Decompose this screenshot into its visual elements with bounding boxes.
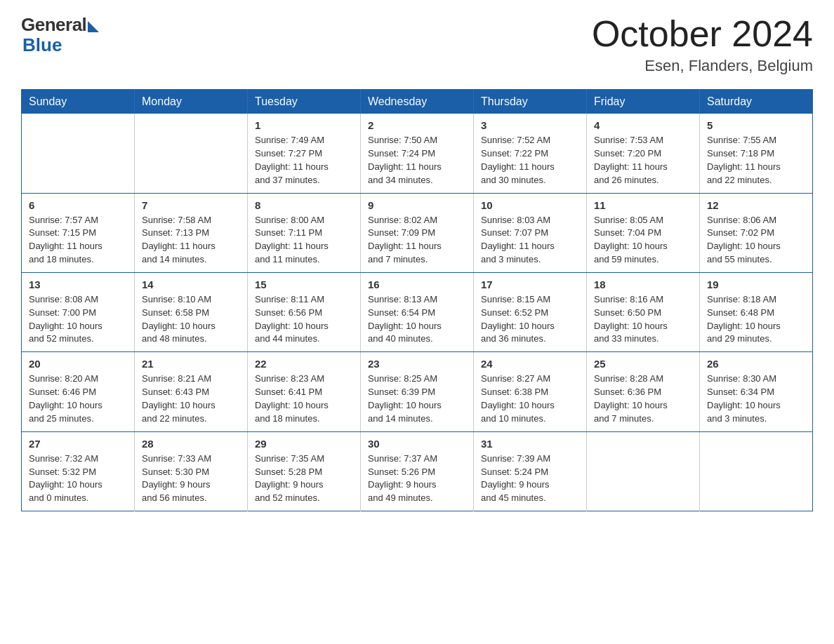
day-number: 6 [29,199,127,211]
day-number: 28 [142,438,240,450]
day-info: Sunrise: 8:27 AM Sunset: 6:38 PM Dayligh… [481,373,579,425]
day-number: 23 [368,358,466,370]
calendar-header-wednesday: Wednesday [361,90,474,114]
calendar-cell: 17Sunrise: 8:15 AM Sunset: 6:52 PM Dayli… [474,272,587,351]
logo-general-text: General [21,14,86,36]
day-number: 19 [707,279,805,290]
day-info: Sunrise: 7:57 AM Sunset: 7:15 PM Dayligh… [29,214,127,267]
day-number: 10 [481,199,579,211]
calendar-cell: 16Sunrise: 8:13 AM Sunset: 6:54 PM Dayli… [361,272,474,351]
calendar-cell: 29Sunrise: 7:35 AM Sunset: 5:28 PM Dayli… [248,431,361,511]
calendar-header-saturday: Saturday [700,90,813,114]
day-number: 24 [481,358,579,370]
day-number: 5 [707,119,805,131]
day-number: 1 [255,119,353,131]
calendar-cell: 31Sunrise: 7:39 AM Sunset: 5:24 PM Dayli… [474,431,587,511]
calendar-cell: 18Sunrise: 8:16 AM Sunset: 6:50 PM Dayli… [587,272,700,351]
calendar-cell: 28Sunrise: 7:33 AM Sunset: 5:30 PM Dayli… [135,431,248,511]
calendar-cell: 30Sunrise: 7:37 AM Sunset: 5:26 PM Dayli… [361,431,474,511]
calendar-cell: 7Sunrise: 7:58 AM Sunset: 7:13 PM Daylig… [135,193,248,272]
calendar-cell: 13Sunrise: 8:08 AM Sunset: 7:00 PM Dayli… [22,272,135,351]
calendar-header-tuesday: Tuesday [248,90,361,114]
calendar-cell [587,431,700,511]
day-number: 8 [255,199,353,211]
day-info: Sunrise: 8:10 AM Sunset: 6:58 PM Dayligh… [142,293,240,346]
logo-arrow-icon [88,21,99,32]
day-number: 18 [594,279,692,290]
day-info: Sunrise: 8:30 AM Sunset: 6:34 PM Dayligh… [707,373,805,425]
calendar-cell: 1Sunrise: 7:49 AM Sunset: 7:27 PM Daylig… [248,114,361,193]
calendar-header-friday: Friday [587,90,700,114]
day-info: Sunrise: 8:11 AM Sunset: 6:56 PM Dayligh… [255,293,353,346]
calendar-cell: 26Sunrise: 8:30 AM Sunset: 6:34 PM Dayli… [700,352,813,431]
day-info: Sunrise: 7:39 AM Sunset: 5:24 PM Dayligh… [481,452,579,505]
day-info: Sunrise: 8:08 AM Sunset: 7:00 PM Dayligh… [29,293,127,346]
calendar-cell: 23Sunrise: 8:25 AM Sunset: 6:39 PM Dayli… [361,352,474,431]
day-number: 14 [142,279,240,290]
day-info: Sunrise: 8:23 AM Sunset: 6:41 PM Dayligh… [255,373,353,425]
calendar-week-row: 1Sunrise: 7:49 AM Sunset: 7:27 PM Daylig… [22,114,813,193]
location-title: Esen, Flanders, Belgium [592,57,813,75]
calendar-cell: 21Sunrise: 8:21 AM Sunset: 6:43 PM Dayli… [135,352,248,431]
day-info: Sunrise: 8:06 AM Sunset: 7:02 PM Dayligh… [707,214,805,267]
day-info: Sunrise: 7:53 AM Sunset: 7:20 PM Dayligh… [594,134,692,187]
logo: General Blue [21,14,99,56]
calendar-cell: 24Sunrise: 8:27 AM Sunset: 6:38 PM Dayli… [474,352,587,431]
calendar-week-row: 27Sunrise: 7:32 AM Sunset: 5:32 PM Dayli… [22,431,813,511]
calendar-header-monday: Monday [135,90,248,114]
day-info: Sunrise: 7:35 AM Sunset: 5:28 PM Dayligh… [255,452,353,505]
calendar-cell: 11Sunrise: 8:05 AM Sunset: 7:04 PM Dayli… [587,193,700,272]
day-info: Sunrise: 7:32 AM Sunset: 5:32 PM Dayligh… [29,452,127,505]
day-number: 15 [255,279,353,290]
calendar-cell: 20Sunrise: 8:20 AM Sunset: 6:46 PM Dayli… [22,352,135,431]
calendar-cell: 2Sunrise: 7:50 AM Sunset: 7:24 PM Daylig… [361,114,474,193]
day-info: Sunrise: 8:21 AM Sunset: 6:43 PM Dayligh… [142,373,240,425]
day-number: 26 [707,358,805,370]
page-header: General Blue October 2024 Esen, Flanders… [21,14,813,75]
day-number: 2 [368,119,466,131]
day-info: Sunrise: 7:52 AM Sunset: 7:22 PM Dayligh… [481,134,579,187]
calendar-cell: 5Sunrise: 7:55 AM Sunset: 7:18 PM Daylig… [700,114,813,193]
day-info: Sunrise: 7:58 AM Sunset: 7:13 PM Dayligh… [142,214,240,267]
day-info: Sunrise: 8:20 AM Sunset: 6:46 PM Dayligh… [29,373,127,425]
day-info: Sunrise: 8:02 AM Sunset: 7:09 PM Dayligh… [368,214,466,267]
logo-blue-text: Blue [21,34,62,56]
calendar-header-row: SundayMondayTuesdayWednesdayThursdayFrid… [22,90,813,114]
calendar-cell: 6Sunrise: 7:57 AM Sunset: 7:15 PM Daylig… [22,193,135,272]
day-info: Sunrise: 8:18 AM Sunset: 6:48 PM Dayligh… [707,293,805,346]
calendar-cell: 14Sunrise: 8:10 AM Sunset: 6:58 PM Dayli… [135,272,248,351]
day-info: Sunrise: 8:28 AM Sunset: 6:36 PM Dayligh… [594,373,692,425]
day-number: 20 [29,358,127,370]
day-number: 16 [368,279,466,290]
day-number: 17 [481,279,579,290]
calendar-cell: 10Sunrise: 8:03 AM Sunset: 7:07 PM Dayli… [474,193,587,272]
day-info: Sunrise: 8:25 AM Sunset: 6:39 PM Dayligh… [368,373,466,425]
day-info: Sunrise: 8:13 AM Sunset: 6:54 PM Dayligh… [368,293,466,346]
calendar-cell [135,114,248,193]
calendar-week-row: 13Sunrise: 8:08 AM Sunset: 7:00 PM Dayli… [22,272,813,351]
month-title: October 2024 [592,14,813,54]
calendar-header-sunday: Sunday [22,90,135,114]
day-number: 11 [594,199,692,211]
day-number: 3 [481,119,579,131]
day-number: 9 [368,199,466,211]
day-number: 4 [594,119,692,131]
day-number: 25 [594,358,692,370]
day-info: Sunrise: 7:50 AM Sunset: 7:24 PM Dayligh… [368,134,466,187]
calendar-week-row: 20Sunrise: 8:20 AM Sunset: 6:46 PM Dayli… [22,352,813,431]
day-number: 30 [368,438,466,450]
day-number: 12 [707,199,805,211]
day-number: 7 [142,199,240,211]
calendar-header-thursday: Thursday [474,90,587,114]
day-number: 31 [481,438,579,450]
day-info: Sunrise: 7:37 AM Sunset: 5:26 PM Dayligh… [368,452,466,505]
day-info: Sunrise: 8:15 AM Sunset: 6:52 PM Dayligh… [481,293,579,346]
day-number: 13 [29,279,127,290]
calendar-cell: 27Sunrise: 7:32 AM Sunset: 5:32 PM Dayli… [22,431,135,511]
day-number: 29 [255,438,353,450]
calendar-cell: 22Sunrise: 8:23 AM Sunset: 6:41 PM Dayli… [248,352,361,431]
day-info: Sunrise: 7:49 AM Sunset: 7:27 PM Dayligh… [255,134,353,187]
calendar-table: SundayMondayTuesdayWednesdayThursdayFrid… [21,89,813,511]
day-info: Sunrise: 7:55 AM Sunset: 7:18 PM Dayligh… [707,134,805,187]
day-info: Sunrise: 8:05 AM Sunset: 7:04 PM Dayligh… [594,214,692,267]
